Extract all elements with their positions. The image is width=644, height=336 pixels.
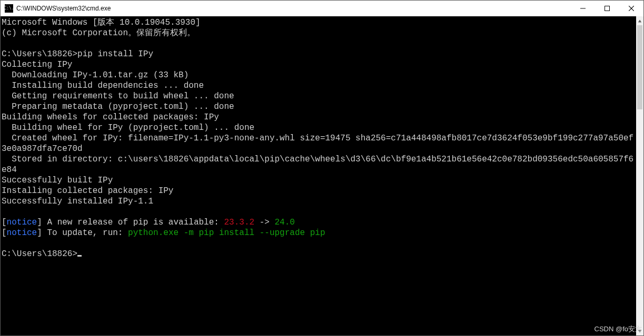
notice-text: To update, run: bbox=[42, 228, 128, 238]
close-button[interactable] bbox=[619, 1, 643, 16]
notice-text: A new release of pip is available: bbox=[42, 218, 224, 227]
cmd-icon: C:\. bbox=[5, 4, 13, 13]
notice-tag: notice bbox=[7, 218, 37, 227]
titlebar[interactable]: C:\. C:\WINDOWS\system32\cmd.exe bbox=[1, 1, 643, 16]
output-line: Installing build dependencies ... done bbox=[2, 81, 204, 90]
cursor-icon bbox=[77, 255, 82, 257]
notice-bracket: [ bbox=[2, 228, 7, 238]
scroll-track[interactable] bbox=[636, 25, 643, 327]
svg-marker-4 bbox=[638, 19, 641, 22]
copyright-line: (c) Microsoft Corporation。保留所有权利。 bbox=[2, 28, 195, 38]
maximize-button[interactable] bbox=[595, 1, 619, 16]
notice-bracket: ] bbox=[37, 218, 42, 227]
terminal-area: Microsoft Windows [版本 10.0.19045.3930] (… bbox=[1, 16, 643, 335]
scroll-down-arrow-icon[interactable] bbox=[636, 327, 643, 335]
notice-bracket: [ bbox=[2, 218, 7, 227]
scroll-up-arrow-icon[interactable] bbox=[636, 16, 643, 25]
output-line: Created wheel for IPy: filename=IPy-1.1-… bbox=[2, 134, 633, 154]
svg-marker-5 bbox=[638, 330, 641, 332]
upgrade-command: python.exe -m pip install --upgrade pip bbox=[128, 228, 325, 238]
terminal-output[interactable]: Microsoft Windows [版本 10.0.19045.3930] (… bbox=[1, 16, 636, 335]
output-line: Stored in directory: c:\users\18826\appd… bbox=[2, 155, 633, 175]
output-line: Building wheels for collected packages: … bbox=[2, 113, 219, 122]
prompt-command: pip install IPy bbox=[77, 49, 153, 59]
output-line: Installing collected packages: IPy bbox=[2, 186, 173, 196]
output-line: Building wheel for IPy (pyproject.toml) … bbox=[2, 123, 254, 133]
svg-rect-1 bbox=[605, 6, 610, 11]
notice-bracket: ] bbox=[37, 228, 42, 238]
notice-tag: notice bbox=[7, 228, 37, 238]
window-title: C:\WINDOWS\system32\cmd.exe bbox=[16, 5, 111, 12]
prompt-path: C:\Users\18826> bbox=[2, 249, 77, 259]
pip-new-version: 24.0 bbox=[275, 218, 295, 227]
header-line: Microsoft Windows [版本 10.0.19045.3930] bbox=[2, 18, 201, 27]
minimize-button[interactable] bbox=[571, 1, 595, 16]
vertical-scrollbar[interactable] bbox=[636, 16, 643, 335]
arrow: -> bbox=[254, 218, 274, 227]
output-line: Getting requirements to build wheel ... … bbox=[2, 91, 234, 101]
cmd-window: C:\. C:\WINDOWS\system32\cmd.exe Microso… bbox=[0, 0, 644, 336]
output-line: Downloading IPy-1.01.tar.gz (33 kB) bbox=[2, 70, 189, 80]
scroll-thumb[interactable] bbox=[637, 25, 642, 109]
pip-old-version: 23.3.2 bbox=[224, 218, 254, 227]
output-line: Successfully built IPy bbox=[2, 176, 113, 185]
output-line: Collecting IPy bbox=[2, 60, 72, 69]
output-line: Preparing metadata (pyproject.toml) ... … bbox=[2, 102, 234, 111]
output-line: Successfully installed IPy-1.1 bbox=[2, 197, 153, 206]
prompt-path: C:\Users\18826> bbox=[2, 49, 77, 59]
